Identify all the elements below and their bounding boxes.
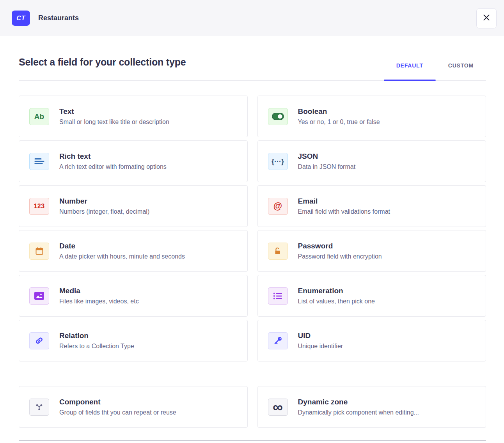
field-description: List of values, then pick one (298, 298, 375, 305)
field-description: Yes or no, 1 or 0, true or false (298, 119, 380, 126)
braces-icon: {···} (268, 153, 288, 170)
toggle-icon (268, 108, 288, 125)
field-title: Relation (59, 331, 134, 340)
nodes-icon (29, 399, 49, 416)
field-description: Files like images, videos, etc (59, 298, 139, 305)
field-card-text: ComponentGroup of fields tht you can rep… (59, 398, 176, 416)
at-sign-icon: @ (268, 198, 288, 215)
field-description: Refers to a Collection Type (59, 343, 134, 350)
tabs: DEFAULTCUSTOM (384, 60, 486, 80)
123-icon: 123 (29, 198, 49, 215)
field-card-text: MediaFiles like images, videos, etc (59, 287, 139, 305)
field-description: Group of fields tht you can repeat or re… (59, 409, 176, 416)
field-card-text: EmailEmail field with validations format (298, 197, 390, 215)
field-title: Boolean (298, 107, 380, 116)
modal-body: Select a field for your collection type … (0, 57, 504, 443)
infinity-icon: ∞ (268, 399, 288, 416)
field-description: Dynamically pick component when editing.… (298, 409, 419, 416)
field-card-component[interactable]: ComponentGroup of fields tht you can rep… (19, 386, 248, 428)
field-card-text: Dynamic zoneDynamically pick component w… (298, 398, 419, 416)
field-card-date[interactable]: DateA date picker with hours, minute and… (19, 230, 248, 272)
field-title: Number (59, 197, 149, 206)
field-card-richtext[interactable]: Rich textA rich text editor with formati… (19, 140, 248, 182)
page-title: Select a field for your collection type (19, 57, 186, 80)
fields-grid-extra: ComponentGroup of fields tht you can rep… (19, 386, 486, 428)
modal-title: Restaurants (38, 14, 476, 22)
field-title: Enumeration (298, 287, 375, 295)
field-card-text: Rich textA rich text editor with formati… (59, 152, 167, 170)
close-button[interactable] (476, 8, 497, 28)
field-description: Data in JSON format (298, 163, 356, 170)
field-description: Unique identifier (298, 343, 343, 350)
field-card-enumeration[interactable]: EnumerationList of values, then pick one (257, 275, 486, 317)
ab-text-icon: Ab (29, 108, 49, 125)
field-title: Text (59, 107, 169, 116)
field-title: Component (59, 398, 176, 406)
field-description: Email field with validations format (298, 208, 390, 215)
field-card-dynamiczone[interactable]: ∞Dynamic zoneDynamically pick component … (257, 386, 486, 428)
field-card-email[interactable]: @EmailEmail field with validations forma… (257, 185, 486, 227)
field-card-text: PasswordPassword field with encryption (298, 242, 382, 260)
field-card-uid[interactable]: UIDUnique identifier (257, 320, 486, 361)
field-card-password[interactable]: PasswordPassword field with encryption (257, 230, 486, 272)
field-title: Media (59, 287, 139, 295)
field-card-relation[interactable]: RelationRefers to a Collection Type (19, 320, 248, 361)
text-lines-icon (29, 153, 49, 170)
field-card-text: TextSmall or long text like title or des… (59, 107, 169, 126)
field-card-boolean[interactable]: BooleanYes or no, 1 or 0, true or false (257, 96, 486, 137)
modal-header: CT Restaurants (0, 0, 504, 36)
chain-link-icon (29, 332, 49, 349)
field-card-text: EnumerationList of values, then pick one (298, 287, 375, 305)
field-description: Password field with encryption (298, 253, 382, 260)
picture-icon (29, 287, 49, 305)
field-title: UID (298, 331, 343, 340)
collection-type-badge: CT (12, 11, 30, 26)
field-title: Date (59, 242, 185, 250)
close-icon (483, 14, 490, 23)
field-card-text: RelationRefers to a Collection Type (59, 331, 134, 350)
calendar-icon (29, 243, 49, 260)
field-card-text: NumberNumbers (integer, float, decimal) (59, 197, 149, 215)
key-icon (268, 332, 288, 349)
field-description: A date picker with hours, minute and sec… (59, 253, 185, 260)
tab-custom[interactable]: CUSTOM (436, 60, 486, 80)
field-description: Small or long text like title or descrip… (59, 119, 169, 126)
field-description: A rich text editor with formating option… (59, 163, 167, 170)
field-card-text: JSONData in JSON format (298, 152, 356, 170)
field-title: Dynamic zone (298, 398, 419, 406)
tab-default[interactable]: DEFAULT (384, 60, 436, 80)
field-description: Numbers (integer, float, decimal) (59, 208, 149, 215)
footer-divider (19, 440, 486, 443)
bullet-list-icon (268, 287, 288, 305)
fields-grid-default: AbTextSmall or long text like title or d… (19, 96, 486, 361)
field-card-text: DateA date picker with hours, minute and… (59, 242, 185, 260)
field-card-text: BooleanYes or no, 1 or 0, true or false (298, 107, 380, 126)
padlock-icon (268, 243, 288, 260)
field-card-json[interactable]: {···}JSONData in JSON format (257, 140, 486, 182)
heading-row: Select a field for your collection type … (19, 57, 486, 81)
field-card-number[interactable]: 123NumberNumbers (integer, float, decima… (19, 185, 248, 227)
field-title: Rich text (59, 152, 167, 161)
field-title: JSON (298, 152, 356, 161)
field-title: Password (298, 242, 382, 250)
field-card-text[interactable]: AbTextSmall or long text like title or d… (19, 96, 248, 137)
field-card-media[interactable]: MediaFiles like images, videos, etc (19, 275, 248, 317)
field-card-text: UIDUnique identifier (298, 331, 343, 350)
field-title: Email (298, 197, 390, 206)
